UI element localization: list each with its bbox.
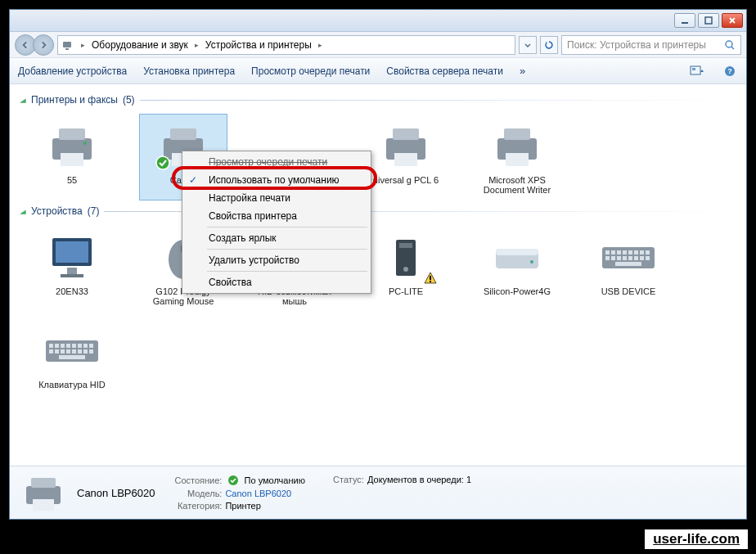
svg-rect-64 (83, 344, 88, 348)
device-label: 55 (67, 175, 77, 185)
view-queue-button[interactable]: Просмотр очереди печати (251, 65, 370, 77)
svg-rect-71 (78, 349, 82, 354)
menu-set-default[interactable]: ✓Использовать по умолчанию (184, 171, 369, 189)
svg-rect-48 (605, 256, 610, 260)
svg-rect-55 (646, 256, 650, 260)
overflow-button[interactable]: » (520, 65, 525, 77)
model-value: Canon LBP6020 (225, 489, 291, 498)
svg-rect-40 (605, 250, 610, 254)
svg-rect-11 (61, 153, 83, 166)
collapse-icon: ◢ (20, 97, 26, 103)
device-item[interactable]: Клавиатура HID (28, 318, 116, 395)
svg-rect-10 (59, 128, 85, 140)
svg-rect-56 (615, 262, 641, 266)
drive-icon (488, 231, 547, 283)
breadcrumb-seg1[interactable]: Оборудование и звук (92, 39, 188, 51)
svg-rect-77 (33, 499, 54, 511)
model-label: Модель: (166, 489, 222, 498)
view-options-button[interactable] (689, 65, 705, 78)
svg-rect-32 (399, 243, 412, 248)
help-button[interactable]: ? (722, 65, 738, 78)
svg-point-16 (156, 156, 169, 169)
device-item[interactable]: Silicon-Power4G (473, 225, 561, 312)
printer-icon (376, 119, 435, 172)
svg-rect-50 (617, 256, 621, 260)
state-label: Состояние: (166, 475, 222, 485)
explorer-window: ▸ Оборудование и звук ▸ Устройства и при… (9, 9, 747, 520)
collapse-icon: ◢ (20, 208, 26, 214)
keyboard-icon (599, 231, 658, 283)
close-button[interactable] (722, 13, 743, 28)
details-title: Canon LBP6020 (77, 487, 155, 499)
group-printers-header[interactable]: ◢ Принтеры и факсы (5) (20, 94, 736, 106)
device-item[interactable]: niversal g PCL 6 (362, 114, 450, 200)
search-icon (724, 39, 736, 51)
menu-separator (207, 249, 367, 250)
svg-rect-68 (61, 349, 65, 354)
watermark: user-life.com (643, 528, 749, 551)
svg-rect-21 (504, 128, 530, 140)
svg-rect-49 (611, 256, 615, 260)
details-pane: Canon LBP6020 Состояние: По умолчанию Мо… (10, 466, 746, 519)
svg-rect-41 (611, 250, 615, 254)
svg-point-4 (726, 41, 732, 47)
device-item[interactable]: Microsoft XPS Document Writer (473, 114, 561, 200)
search-input[interactable]: Поиск: Устройства и принтеры (561, 35, 741, 55)
menu-create-shortcut[interactable]: Создать ярлык (184, 229, 369, 247)
server-props-button[interactable]: Свойства сервера печати (386, 65, 503, 77)
warning-badge-icon (424, 272, 437, 285)
breadcrumb-seg2[interactable]: Устройства и принтеры (205, 39, 312, 51)
group-title: Устройства (31, 205, 83, 217)
add-device-button[interactable]: Добавление устройства (18, 65, 127, 77)
add-printer-button[interactable]: Установка принтера (143, 65, 235, 77)
device-item[interactable]: PC-LITE (362, 225, 450, 312)
refresh-button[interactable] (540, 36, 558, 54)
status-label: Статус: (330, 475, 364, 484)
menu-view-queue[interactable]: Просмотр очереди печати (184, 153, 369, 171)
search-placeholder: Поиск: Устройства и принтеры (567, 39, 706, 51)
svg-rect-42 (617, 250, 621, 254)
menu-printer-props[interactable]: Свойства принтера (184, 207, 369, 225)
titlebar (10, 10, 746, 32)
nav-buttons (15, 34, 54, 56)
minimize-button[interactable] (674, 13, 695, 28)
printer-icon (43, 119, 101, 172)
svg-rect-18 (393, 128, 419, 140)
chevron-icon: ▸ (195, 41, 199, 49)
maximize-button[interactable] (698, 13, 719, 28)
menu-properties[interactable]: Свойства (184, 273, 369, 291)
menu-remove-device[interactable]: Удалить устройство (184, 251, 369, 269)
menu-print-prefs[interactable]: Настройка печати (184, 189, 369, 207)
svg-rect-70 (72, 349, 76, 354)
svg-point-33 (403, 267, 408, 272)
svg-rect-1 (705, 17, 712, 24)
svg-rect-44 (628, 250, 632, 254)
devices-icon (61, 38, 74, 52)
svg-rect-67 (55, 349, 59, 354)
group-title: Принтеры и факсы (31, 94, 118, 106)
printer-icon (488, 119, 547, 172)
svg-rect-3 (65, 48, 69, 50)
device-label: Microsoft XPS Document Writer (475, 175, 559, 195)
history-dropdown[interactable] (519, 36, 537, 54)
forward-button[interactable] (33, 34, 54, 56)
device-item[interactable]: 20EN33 (28, 225, 116, 312)
svg-rect-59 (55, 344, 59, 348)
svg-rect-51 (623, 256, 627, 260)
group-devices-header[interactable]: ◢ Устройства (7) (20, 205, 736, 217)
context-menu: Просмотр очереди печати ✓Использовать по… (182, 151, 371, 294)
svg-rect-22 (506, 153, 529, 166)
keyboard-icon (43, 324, 101, 376)
device-item[interactable]: USB DEVICE (584, 225, 673, 312)
address-bar[interactable]: ▸ Оборудование и звук ▸ Устройства и при… (57, 35, 515, 55)
svg-rect-34 (430, 276, 431, 280)
category-label: Категория: (166, 501, 222, 511)
category-value: Принтер (225, 501, 260, 511)
svg-text:?: ? (727, 67, 732, 75)
svg-rect-60 (61, 344, 65, 348)
device-item[interactable]: 55 (28, 114, 116, 200)
svg-rect-73 (89, 349, 93, 354)
chevron-icon: ▸ (81, 41, 85, 49)
svg-point-38 (530, 260, 533, 263)
computer-icon (376, 231, 435, 283)
